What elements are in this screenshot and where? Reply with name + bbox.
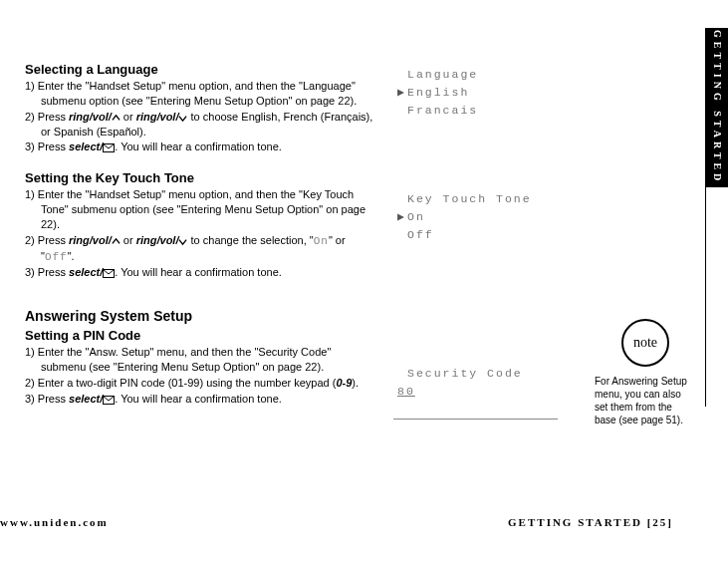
pointer-icon: ▶ — [397, 84, 407, 102]
envelope-icon — [103, 269, 115, 278]
lcd1-row1: Language — [407, 66, 478, 84]
sec3-item2: 2) Enter a two-digit PIN code (01-99) us… — [25, 376, 373, 391]
pointer-icon: ▶ — [397, 208, 407, 226]
sec2-item1: 1) Enter the "Handset Setup" menu option… — [25, 187, 373, 232]
sec2-item3: 3) Press select/. You will hear a confir… — [25, 265, 373, 280]
side-tab-label: GETTING STARTED — [712, 30, 723, 184]
note-text: For Answering Setup menu, you can also s… — [595, 375, 696, 426]
footer-page: GETTING STARTED [25] — [508, 516, 673, 528]
up-arrow-icon — [112, 114, 121, 123]
lcd2-row2: On — [407, 208, 425, 226]
list-key-touch-tone: 1) Enter the "Handset Setup" menu option… — [25, 187, 373, 280]
vertical-rule — [705, 28, 706, 407]
sec1-item2: 2) Press ring/vol/ or ring/vol/ to choos… — [25, 110, 373, 140]
lcd2-row1: Key Touch Tone — [407, 190, 532, 208]
footer-url: www.uniden.com — [0, 516, 109, 528]
main-content: Selecting a Language 1) Enter the "Hands… — [25, 52, 373, 408]
sec3-item1: 1) Enter the "Answ. Setup" menu, and the… — [25, 345, 373, 375]
down-arrow-icon — [178, 237, 187, 246]
lcd-key-touch: Key Touch Tone ▶On Off — [393, 184, 553, 249]
heading-key-touch-tone: Setting the Key Touch Tone — [25, 170, 373, 185]
lcd3-row2: 80 — [397, 383, 415, 401]
lcd2-row3: Off — [407, 226, 434, 244]
lcd3-row1: Security Code — [407, 365, 523, 383]
sec1-item3: 3) Press select/. You will hear a confir… — [25, 140, 373, 154]
lcd-language: Language ▶English Francais — [393, 60, 553, 125]
sec1-item1: 1) Enter the "Handset Setup" menu option… — [25, 79, 373, 109]
side-tab: GETTING STARTED — [706, 28, 728, 187]
lcd1-row3: Francais — [407, 102, 478, 120]
footer: www.uniden.com GETTING STARTED [25] — [0, 516, 728, 528]
heading-selecting-language: Selecting a Language — [25, 62, 373, 77]
note-icon: note — [621, 319, 669, 367]
lcd1-row2: English — [407, 84, 469, 102]
up-arrow-icon — [112, 237, 121, 246]
down-arrow-icon — [178, 114, 187, 123]
envelope-icon — [103, 396, 115, 405]
sec3-item3: 3) Press select/. You will hear a confir… — [25, 392, 373, 407]
note-block: note For Answering Setup menu, you can a… — [595, 319, 696, 426]
sec2-item2: 2) Press ring/vol/ or ring/vol/ to chang… — [25, 233, 373, 265]
envelope-icon — [103, 143, 115, 152]
list-pin-code: 1) Enter the "Answ. Setup" menu, and the… — [25, 345, 373, 406]
page: GETTING STARTED Selecting a Language 1) … — [0, 0, 728, 563]
heading-answering-system: Answering System Setup — [25, 308, 373, 324]
lcd-security: Security Code 80 — [393, 359, 558, 420]
heading-pin-code: Setting a PIN Code — [25, 328, 373, 343]
list-selecting-language: 1) Enter the "Handset Setup" menu option… — [25, 79, 373, 154]
